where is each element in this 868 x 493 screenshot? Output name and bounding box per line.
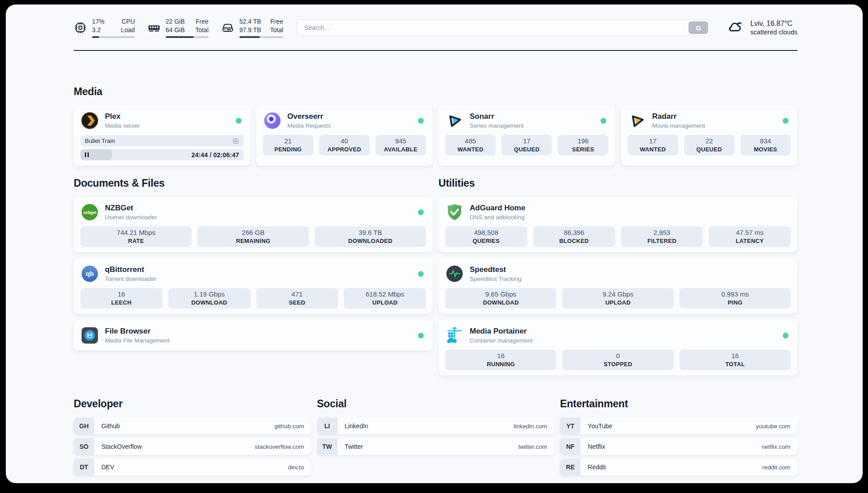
link-badge: LI (317, 418, 338, 435)
top-bar: 17% 3.2 CPU Load (74, 17, 797, 38)
qbittorrent-icon: qb (80, 264, 99, 283)
link-name: Github (101, 422, 120, 430)
cpu-usage-value: 17% (92, 17, 104, 25)
status-dot (418, 271, 424, 277)
link-badge: RE (560, 459, 580, 476)
app-subtitle: Media Requests (288, 122, 331, 129)
app-name: Radarr (652, 112, 705, 121)
link-badge: NF (560, 438, 580, 455)
link-github[interactable]: GH Github github.com (74, 418, 311, 435)
app-name: Speedtest (470, 265, 522, 274)
link-reddit[interactable]: RE Reddit reddit.com (560, 459, 797, 476)
cpu-label-top: CPU (121, 17, 135, 25)
link-url: github.com (275, 423, 304, 430)
dashboard-panel: 17% 3.2 CPU Load (6, 4, 863, 483)
cpu-progress-bar (92, 36, 135, 38)
now-playing-title: Bullet Train (85, 138, 115, 144)
disk-total-value: 97.9 TB (239, 26, 261, 34)
header-divider (74, 50, 797, 51)
link-name: Netflix (588, 443, 605, 450)
link-url: netflix.com (761, 443, 790, 450)
stat-wanted: 485 WANTED (445, 135, 496, 155)
stat-seed: 471 SEED (256, 288, 338, 309)
qbittorrent-card[interactable]: qb qBittorrent Torrent downloader (74, 259, 433, 314)
stat-download: 9.65 Gbps DOWNLOAD (445, 288, 556, 309)
ram-label-top: Free (195, 17, 209, 25)
link-badge: SO (74, 438, 94, 455)
search-input[interactable] (296, 19, 710, 36)
stat-rate: 744.21 Mbps RATE (80, 226, 192, 247)
radarr-card[interactable]: Radarr Movie management 17 WANTED 22 QUE… (621, 105, 798, 166)
ram-progress-fill (166, 36, 194, 38)
disk-progress-fill (239, 36, 260, 38)
disk-stat: 52.4 TB 97.9 TB Free Total (221, 17, 283, 38)
disk-label-bottom: Total (270, 26, 284, 34)
search-container: G (296, 19, 710, 36)
status-dot (783, 118, 789, 124)
stat-upload: 9.24 Gbps UPLOAD (562, 288, 673, 309)
nzbget-icon: nzbget (80, 203, 99, 221)
ram-free-value: 22 GiB (166, 17, 185, 25)
speedtest-card[interactable]: Speedtest Speedtest Tracking 9.65 Gbps D… (438, 259, 797, 314)
stat-total: 16 TOTAL (680, 350, 791, 370)
stat-latency: 47.57 ms LATENCY (709, 226, 791, 247)
plex-icon (80, 111, 99, 130)
search-engine-button[interactable]: G (689, 21, 708, 34)
disk-label-top: Free (270, 17, 284, 25)
link-name: StackOverflow (101, 443, 142, 450)
stat-blocked: 86,396 BLOCKED (533, 226, 615, 247)
filebrowser-card[interactable]: File Browser Media File Management (74, 320, 433, 351)
app-name: File Browser (105, 327, 170, 336)
stat-wanted: 17 WANTED (628, 135, 678, 155)
link-name: LinkedIn (345, 422, 368, 430)
ram-total-value: 64 GiB (166, 26, 185, 34)
stat-available: 945 AVAILABLE (376, 135, 426, 155)
status-dot (418, 118, 424, 124)
app-subtitle: Media File Management (105, 337, 170, 344)
ram-stat: 22 GiB 64 GiB Free Total (147, 17, 209, 38)
stat-ping: 0.993 ms PING (680, 288, 791, 309)
link-name: Reddit (588, 464, 605, 471)
section-title-entertainment: Entertainment (560, 397, 797, 410)
adguard-card[interactable]: AdGuard Home DNS and adblocking 498,508 … (438, 197, 797, 252)
stat-series: 196 SERIES (558, 135, 608, 155)
link-twitter[interactable]: TW Twitter twitter.com (317, 438, 555, 455)
status-dot (418, 333, 424, 338)
radarr-icon (628, 111, 647, 130)
link-netflix[interactable]: NF Netflix netflix.com (560, 438, 797, 455)
cpu-label-bottom: Load (121, 26, 135, 34)
stat-running: 16 RUNNING (445, 350, 556, 370)
stat-filtered: 2,953 FILTERED (621, 226, 703, 247)
app-name: Sonarr (470, 112, 524, 121)
sonarr-card[interactable]: Sonarr Series management 485 WANTED 17 Q… (438, 105, 615, 166)
stat-downloaded: 39.6 TB DOWNLOADED (315, 226, 426, 247)
stat-upload: 618.52 Mbps UPLOAD (344, 288, 426, 309)
link-linkedin[interactable]: LI LinkedIn linkedin.com (317, 418, 555, 435)
app-subtitle: Usenet downloader (105, 214, 157, 221)
link-url: youtube.com (756, 423, 790, 430)
link-youtube[interactable]: YT YouTube youtube.com (560, 418, 797, 435)
filebrowser-icon (80, 326, 99, 345)
link-url: dev.to (288, 464, 304, 471)
status-dot (418, 209, 424, 215)
app-name: qBittorrent (105, 265, 157, 274)
overseerr-card[interactable]: Overseerr Media Requests 21 PENDING 40 A… (256, 105, 433, 166)
stat-movies: 834 MOVIES (740, 135, 791, 155)
section-title-documents: Documents & Files (74, 176, 433, 190)
nzbget-card[interactable]: nzbget NZBGet Usenet downloader 74 (74, 197, 433, 252)
stat-remaining: 266 GB REMAINING (197, 226, 309, 247)
stat-queued: 17 QUEUED (501, 135, 552, 155)
stat-leech: 16 LEECH (80, 288, 163, 309)
plex-card[interactable]: Plex Media server Bullet Train (74, 105, 250, 166)
portainer-card[interactable]: Media Portainer Container management 16 … (438, 320, 797, 376)
link-stackoverflow[interactable]: SO StackOverflow stackoverflow.com (74, 438, 311, 455)
now-playing-row: Bullet Train (80, 135, 244, 146)
link-badge: TW (317, 438, 338, 455)
playback-time: 24:44 / 02:06:47 (192, 151, 244, 159)
link-dev[interactable]: DT DEV dev.to (74, 459, 311, 476)
app-subtitle: Media server (105, 122, 140, 129)
stat-queries: 498,508 QUERIES (445, 226, 527, 247)
status-dot (783, 333, 789, 338)
link-url: linkedin.com (513, 423, 547, 430)
app-name: NZBGet (105, 204, 157, 213)
